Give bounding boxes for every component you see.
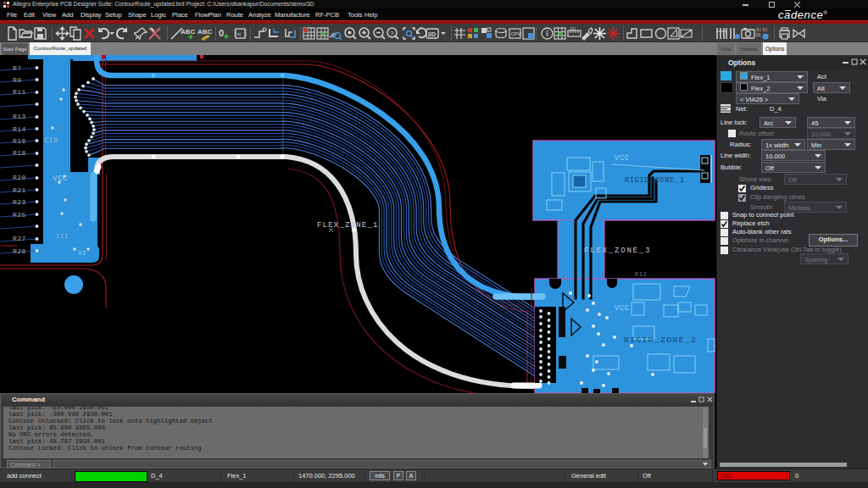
svg-text:R18: R18 — [13, 149, 26, 157]
svg-text:01: 01 — [756, 32, 761, 37]
svg-text:R9: R9 — [13, 76, 22, 84]
svg-text:VCC: VCC — [615, 304, 630, 313]
svg-text:FLEX_ZONE_3: FLEX_ZONE_3 — [584, 247, 651, 255]
svg-text:VCC: VCC — [615, 154, 630, 163]
svg-text:?: ? — [390, 30, 394, 37]
svg-text:FLEX_ZONE_1: FLEX_ZONE_1 — [317, 221, 379, 230]
svg-text:R27: R27 — [13, 235, 26, 242]
svg-text:RIGID_ZONE_1: RIGID_ZONE_1 — [625, 176, 685, 185]
svg-text:R25: R25 — [13, 211, 26, 219]
svg-text:ABC: ABC — [198, 28, 212, 36]
svg-text:101: 101 — [570, 27, 576, 31]
svg-text:RIGID_ZONE_2: RIGID_ZONE_2 — [624, 336, 697, 345]
svg-text:R16: R16 — [13, 137, 26, 145]
svg-text:R14: R14 — [13, 125, 26, 133]
svg-text:R11: R11 — [13, 88, 26, 96]
svg-text:vi: vi — [237, 31, 241, 36]
svg-text:R12: R12 — [635, 271, 647, 278]
svg-text:III: III — [56, 233, 69, 240]
svg-text:ABC: ABC — [181, 28, 195, 36]
svg-text:R21: R21 — [13, 186, 26, 194]
svg-text:0: 0 — [219, 28, 224, 38]
svg-text:R28: R28 — [13, 247, 26, 255]
svg-text:R7: R7 — [13, 64, 22, 72]
svg-text:CPM: CPM — [511, 31, 522, 36]
svg-text:R23: R23 — [13, 198, 26, 206]
svg-text:R13: R13 — [13, 113, 26, 120]
svg-text:R20: R20 — [13, 174, 26, 181]
svg-text:VI: VI — [78, 250, 86, 257]
svg-text:C10: C10 — [44, 136, 58, 145]
svg-text:VCC: VCC — [53, 175, 68, 183]
svg-text:3D: 3D — [428, 30, 437, 38]
